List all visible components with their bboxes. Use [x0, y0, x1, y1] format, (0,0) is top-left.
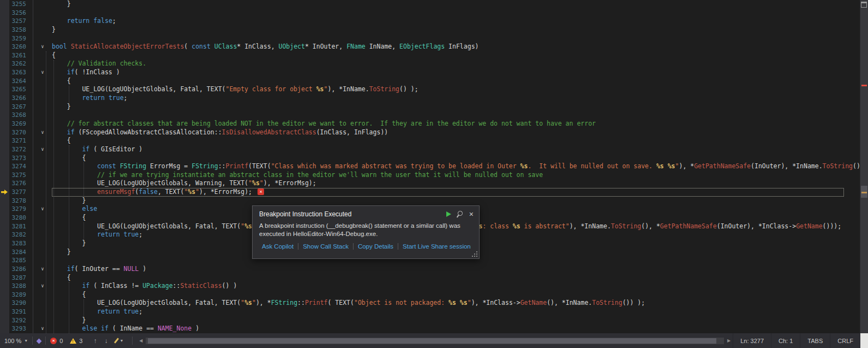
code-text[interactable]: const FString ErrorMsg = FString::Printf… [52, 162, 860, 171]
line-number[interactable]: 3282 [9, 231, 26, 239]
popup-link-copy-details[interactable]: Copy Details [353, 243, 398, 250]
breakpoint-margin[interactable] [0, 120, 9, 128]
code-line[interactable]: 3276 UE_LOG(LogUObjectGlobals, Warning, … [0, 179, 860, 188]
line-number[interactable]: 3266 [9, 94, 26, 103]
line-number[interactable]: 3288 [9, 282, 26, 291]
breakpoint-margin[interactable] [0, 179, 9, 188]
breakpoint-margin[interactable] [0, 316, 9, 325]
code-line[interactable]: 3291 return true; [0, 308, 860, 316]
code-line[interactable]: 3287 { [0, 274, 860, 282]
code-text[interactable]: if ( InClass != UPackage::StaticClass() … [52, 282, 860, 291]
line-number[interactable]: 3261 [9, 51, 26, 60]
breakpoint-margin[interactable] [0, 17, 9, 26]
line-number[interactable]: 3255 [9, 0, 26, 9]
zoom-control[interactable]: 100 % ▼ [4, 338, 28, 344]
fold-collapse-icon[interactable]: ∨ [33, 325, 52, 333]
code-area[interactable]: 3255 }32563257 return false;3258}3259326… [0, 0, 860, 333]
code-line[interactable]: 3274 const FString ErrorMsg = FString::P… [0, 162, 860, 171]
code-text[interactable]: } [52, 197, 860, 205]
scroll-left-icon[interactable]: ◀ [139, 338, 142, 343]
code-text[interactable]: if ( GIsEditor ) [52, 145, 860, 154]
line-number[interactable]: 3258 [9, 26, 26, 34]
code-line[interactable]: 3275 // if we are trying instantiate an … [0, 171, 860, 180]
breakpoint-margin[interactable] [0, 51, 9, 60]
line-number[interactable]: 3278 [9, 197, 26, 205]
code-line[interactable]: 3257 return false; [0, 17, 860, 26]
breakpoint-margin[interactable] [0, 239, 9, 248]
code-text[interactable]: else if ( InName == NAME_None ) [52, 325, 860, 333]
line-number[interactable]: 3286 [9, 265, 26, 274]
line-number[interactable]: 3262 [9, 60, 26, 68]
code-line[interactable]: 3258} [0, 26, 860, 34]
line-number[interactable]: 3272 [9, 145, 26, 154]
code-text[interactable]: { [52, 154, 860, 163]
line-number[interactable]: 3274 [9, 162, 26, 171]
line-number[interactable]: 3260 [9, 43, 26, 51]
breakpoint-margin[interactable] [0, 154, 9, 163]
fold-collapse-icon[interactable]: ∨ [33, 128, 52, 137]
code-text[interactable]: UE_LOG(LogUObjectGlobals, Fatal, TEXT("E… [52, 85, 860, 94]
code-text[interactable]: } [52, 316, 860, 325]
line-number[interactable]: 3281 [9, 222, 26, 231]
code-line[interactable]: 3278 } [0, 197, 860, 205]
code-line[interactable]: 3267 } [0, 103, 860, 111]
popup-link-start-live-share-session[interactable]: Start Live Share session [398, 243, 475, 250]
breakpoint-margin[interactable] [0, 274, 9, 282]
code-text[interactable]: } [52, 103, 860, 111]
breakpoint-margin[interactable] [0, 282, 9, 291]
breakpoint-margin[interactable] [0, 111, 9, 120]
highlighter-button[interactable]: ▼ [116, 338, 123, 344]
code-line[interactable]: 3271 { [0, 137, 860, 145]
code-text[interactable] [52, 111, 860, 120]
line-number[interactable]: 3275 [9, 171, 26, 180]
code-line[interactable]: 3277 ensureMsgf(false, TEXT("%s"), *Erro… [0, 188, 860, 197]
code-text[interactable]: UE_LOG(LogUObjectGlobals, Warning, TEXT(… [52, 179, 860, 188]
breakpoint-margin[interactable] [0, 248, 9, 257]
code-line[interactable]: 3273 { [0, 154, 860, 163]
line-number[interactable]: 3267 [9, 103, 26, 111]
code-text[interactable]: return true; [52, 308, 860, 316]
code-line[interactable]: 3259 [0, 34, 860, 43]
error-indicator[interactable]: × 0 [50, 338, 63, 344]
line-number[interactable]: 3289 [9, 291, 26, 299]
breakpoint-margin[interactable] [0, 214, 9, 222]
fold-collapse-icon[interactable]: ∨ [33, 43, 52, 51]
code-line[interactable]: 3256 [0, 9, 860, 17]
fold-collapse-icon[interactable]: ∨ [33, 145, 52, 154]
code-text[interactable]: if (FScopedAllowAbstractClassAllocation:… [52, 128, 860, 137]
code-text[interactable] [52, 9, 860, 17]
status-line-ending[interactable]: CRLF [830, 333, 860, 348]
code-line[interactable]: 3270∨ if (FScopedAllowAbstractClassAlloc… [0, 128, 860, 137]
fold-collapse-icon[interactable]: ∨ [33, 205, 52, 214]
popup-link-ask-copilot[interactable]: Ask Copilot [262, 243, 298, 250]
line-number[interactable]: 3292 [9, 316, 26, 325]
code-line[interactable]: 3264 { [0, 77, 860, 86]
horizontal-scrollbar-thumb[interactable] [148, 338, 716, 344]
code-line[interactable]: 3272∨ if ( GIsEditor ) [0, 145, 860, 154]
line-number[interactable]: 3277 [9, 188, 26, 197]
line-number[interactable]: 3285 [9, 256, 26, 265]
code-line[interactable]: 3289 { [0, 291, 860, 299]
fold-collapse-icon[interactable]: ∨ [33, 265, 52, 274]
horizontal-scrollbar-track[interactable] [146, 338, 724, 344]
line-number[interactable]: 3293 [9, 325, 26, 333]
previous-issue-button[interactable]: ↑ [93, 337, 97, 345]
fold-collapse-icon[interactable]: ∨ [33, 282, 52, 291]
next-issue-button[interactable]: ↓ [104, 337, 107, 345]
code-text[interactable]: if( InOuter == NULL ) [52, 265, 860, 274]
code-line[interactable]: 3263∨ if( !InClass ) [0, 68, 860, 77]
fold-collapse-icon[interactable]: ∨ [33, 68, 52, 77]
line-number[interactable]: 3257 [9, 17, 26, 26]
line-number[interactable]: 3280 [9, 214, 26, 222]
breakpoint-margin[interactable] [0, 26, 9, 34]
warning-indicator[interactable]: ! 3 [70, 338, 82, 344]
code-text[interactable]: } [52, 0, 860, 9]
breakpoint-margin[interactable] [0, 231, 9, 239]
line-number[interactable]: 3283 [9, 239, 26, 248]
code-line[interactable]: 3293∨ else if ( InName == NAME_None ) [0, 325, 860, 333]
line-number[interactable]: 3264 [9, 77, 26, 86]
line-number[interactable]: 3265 [9, 85, 26, 94]
line-number[interactable]: 3270 [9, 128, 26, 137]
code-line[interactable]: 3292 } [0, 316, 860, 325]
code-text[interactable]: bool StaticAllocateObjectErrorTests( con… [52, 43, 860, 51]
